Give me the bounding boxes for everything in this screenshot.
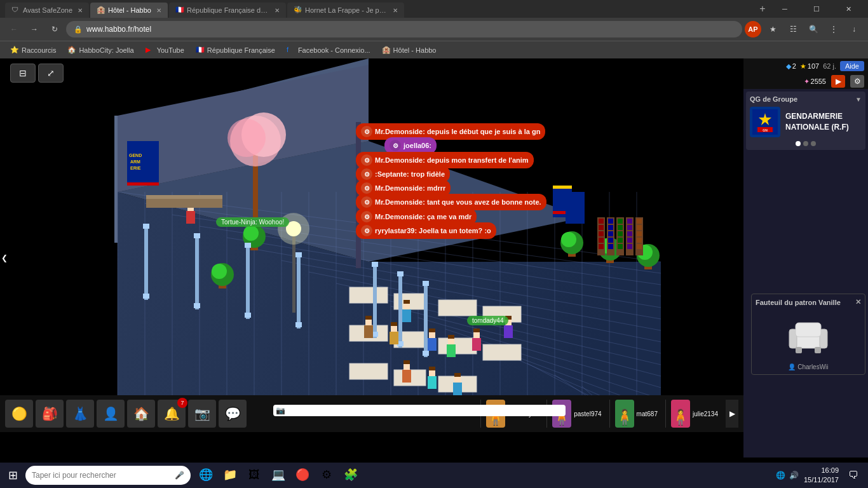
group-nav-dot-2[interactable]	[803, 141, 808, 146]
bookmarks-bar: ⭐ Raccourcis🏠 HabboCity: Joella▶ YouTube…	[0, 41, 868, 58]
habbo-icon-hotel[interactable]: 🟡	[5, 400, 33, 428]
browser-tab-tab1[interactable]: 🛡 Avast SafeZone ✕	[5, 3, 89, 18]
new-tab-button[interactable]: +	[755, 1, 770, 17]
tab-bar: 🛡 Avast SafeZone ✕🏨 Hôtel - Habbo ✕🇫🇷 Ré…	[5, 0, 755, 18]
toggle-ui-button[interactable]: ⊟	[10, 64, 36, 83]
profile-button[interactable]: AP	[745, 21, 761, 37]
menu-button[interactable]: ⋮	[825, 20, 843, 38]
bookmark-bk6[interactable]: 🏨 Hôtel - Habbo	[377, 43, 442, 57]
tab-close-button[interactable]: ✕	[78, 7, 83, 14]
bookmark-label: Hôtel - Habbo	[393, 46, 437, 54]
notifications-icon: 🔔	[164, 406, 180, 421]
bubble-text: ryrylastar39: Joella ta un totem? :o	[375, 227, 491, 234]
search-bar[interactable]: 🎤	[25, 466, 191, 485]
arrow-button[interactable]: ▶	[831, 75, 845, 88]
start-button[interactable]: ⊞	[0, 463, 25, 488]
habbo-icon-rooms[interactable]: 🏠	[127, 400, 155, 428]
chat-icon[interactable]: 📷	[276, 406, 285, 415]
voice-search-icon[interactable]: 🎤	[175, 471, 184, 480]
habbo-icon-profile[interactable]: 👤	[97, 400, 125, 428]
bookmark-label: YouTube	[157, 46, 184, 54]
furniture-close-button[interactable]: ✕	[855, 298, 861, 306]
tab-favicon: 🛡	[11, 6, 20, 15]
network-icon[interactable]: 🌐	[776, 471, 785, 480]
group-panel-expand-button[interactable]: ▼	[855, 96, 862, 103]
taskbar-app-wa6[interactable]: ⚙	[315, 463, 338, 488]
tab-favicon: 🇫🇷	[175, 6, 184, 15]
chat-input-area: 📷	[273, 400, 566, 421]
taskbar-app-wa5[interactable]: 🔴	[291, 463, 314, 488]
taskbar-app-wa4[interactable]: 💻	[267, 463, 290, 488]
taskbar-app-icon: 💻	[271, 468, 285, 482]
group-panel-nav	[750, 141, 862, 146]
habbo-icon-inventory[interactable]: 🎒	[36, 400, 64, 428]
player-avatar-bp4[interactable]: 🧍 julie2134	[665, 400, 723, 428]
taskbar-app-wa1[interactable]: 🌐	[194, 463, 217, 488]
url-text: www.habbo.fr/hotel	[86, 25, 151, 34]
group-panel: QG de Groupe ▼ GN GENDARMERIE NATIONALE …	[746, 92, 865, 150]
bookmark-bk3[interactable]: ▶ YouTube	[140, 43, 189, 57]
bookmark-bk2[interactable]: 🏠 HabboCity: Joella	[62, 43, 139, 57]
refresh-button[interactable]: ↻	[46, 20, 64, 38]
bookmark-bk4[interactable]: 🇫🇷 République Française	[191, 43, 280, 57]
tab-close-button[interactable]: ✕	[156, 7, 161, 14]
maximize-button[interactable]: ☐	[802, 0, 831, 18]
bookmark-favicon: ▶	[146, 46, 154, 55]
close-button[interactable]: ✕	[834, 0, 863, 18]
taskbar-app-wa2[interactable]: 📁	[219, 463, 241, 488]
bookmark-button[interactable]: ★	[764, 20, 782, 38]
habbo-icon-notifications[interactable]: 🔔7	[158, 400, 186, 428]
extensions-button[interactable]: ☷	[784, 20, 802, 38]
bubble-text: Mr.Demonside: mdrrr	[375, 184, 445, 192]
address-bar[interactable]: 🔒 www.habbo.fr/hotel	[66, 21, 742, 37]
svg-rect-9	[796, 347, 802, 353]
taskbar-app-wa3[interactable]: 🖼	[243, 463, 266, 488]
badge-notifications: 7	[177, 398, 187, 408]
date-display: 15/11/2017	[804, 475, 839, 485]
group-nav-dot-1[interactable]	[796, 141, 801, 146]
download-button[interactable]: ↓	[845, 20, 863, 38]
tab-close-button[interactable]: ✕	[275, 7, 280, 14]
search-input[interactable]	[32, 471, 171, 480]
player-avatar-bp3[interactable]: 🧍 mat687	[609, 400, 663, 428]
tab-label: Hornet La Frappe - Je pen...	[305, 6, 388, 14]
bookmark-bk1[interactable]: ⭐ Raccourcis	[5, 43, 61, 57]
gear-button[interactable]: ⚙	[850, 75, 864, 88]
hotel-icon: 🟡	[11, 406, 27, 421]
furniture-title: Fauteuil du patron Vanille ✕	[756, 298, 861, 306]
group-text-block: GENDARMERIE NATIONALE (R.F)	[785, 111, 862, 133]
browser-tab-tab4[interactable]: 🐝 Hornet La Frappe - Je pen... ✕	[287, 3, 404, 18]
furniture-title-text: Fauteuil du patron Vanille	[756, 299, 841, 306]
volume-icon[interactable]: 🔊	[789, 471, 799, 480]
browser-tab-tab3[interactable]: 🇫🇷 République Française de H... ✕	[169, 3, 286, 18]
notification-button[interactable]: 🗨	[844, 466, 863, 485]
group-nav-dot-3[interactable]	[811, 141, 816, 146]
minimize-button[interactable]: ─	[770, 0, 799, 18]
back-button[interactable]: ←	[5, 20, 23, 38]
scroll-right-arrow[interactable]: ▶	[726, 400, 738, 428]
habbo-icon-chat[interactable]: 💬	[219, 400, 247, 428]
svg-rect-10	[815, 347, 821, 353]
avatar-figure: 🧍	[671, 400, 690, 428]
chat-input[interactable]	[288, 406, 563, 415]
tab-close-button[interactable]: ✕	[393, 7, 398, 14]
habbo-icon-wardrobe[interactable]: 👗	[66, 400, 94, 428]
bubble-avatar-icon: ⚙	[361, 126, 372, 137]
browser-tab-tab2[interactable]: 🏨 Hôtel - Habbo ✕	[90, 3, 168, 18]
left-scroll-arrow[interactable]: ❮	[0, 239, 9, 277]
bookmark-bk5[interactable]: f Facebook - Connexio...	[281, 43, 376, 57]
flower-stat: ✦ 2555	[804, 78, 826, 86]
habbo-icon-camera[interactable]: 📷	[188, 400, 216, 428]
days-stat: 62 j.	[823, 62, 836, 70]
forward-button[interactable]: →	[25, 20, 43, 38]
taskbar-app-wa7[interactable]: 🧩	[339, 463, 362, 488]
title-bar: 🛡 Avast SafeZone ✕🏨 Hôtel - Habbo ✕🇫🇷 Ré…	[0, 0, 868, 18]
bookmark-label: HabboCity: Joella	[79, 46, 133, 54]
bubble-text: Mr.Demonside: tant que vous avez de bonn…	[375, 198, 541, 206]
notification-icon: 🗨	[848, 470, 858, 481]
taskbar-app-icon: 🧩	[344, 468, 358, 482]
aide-button[interactable]: Aide	[840, 61, 864, 71]
fullscreen-button[interactable]: ⤢	[38, 64, 64, 83]
player-label-pl1: Tortue-Ninja: Woohoo!	[216, 217, 289, 227]
zoom-button[interactable]: 🔍	[804, 20, 822, 38]
